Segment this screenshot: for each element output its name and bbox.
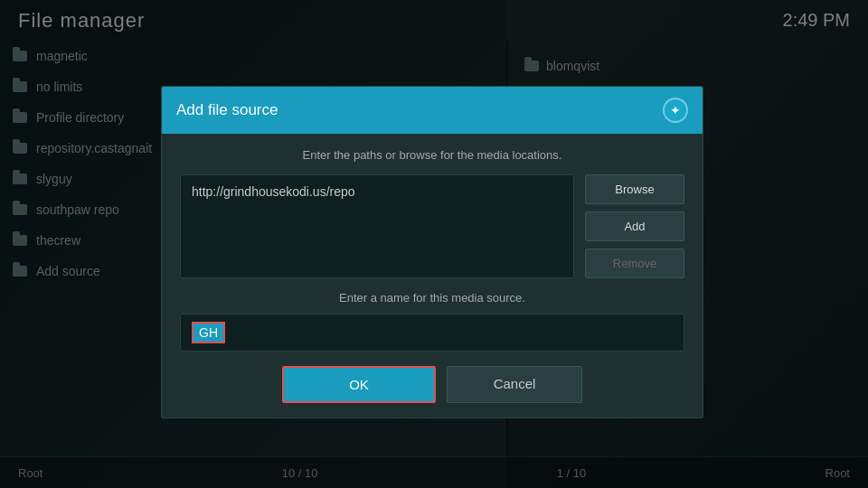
dialog-title: Add file source <box>176 101 278 119</box>
name-input-wrapper[interactable]: GH <box>180 314 684 352</box>
source-buttons: Browse Add Remove <box>585 174 684 278</box>
remove-button[interactable]: Remove <box>585 249 684 278</box>
add-file-source-dialog: Add file source ✦ Enter the paths or bro… <box>161 86 703 418</box>
browse-button[interactable]: Browse <box>585 174 684 204</box>
name-instruction: Enter a name for this media source. <box>180 291 684 305</box>
dialog-action-buttons: OK Cancel <box>180 366 684 403</box>
kodi-icon: ✦ <box>663 98 688 123</box>
source-url-value: http://grindhousekodi.us/repo <box>192 184 355 199</box>
dialog-header: Add file source ✦ <box>162 87 703 134</box>
source-text-box[interactable]: http://grindhousekodi.us/repo <box>180 174 574 278</box>
ok-button[interactable]: OK <box>282 366 436 403</box>
source-row: http://grindhousekodi.us/repo Browse Add… <box>180 174 684 278</box>
dialog-body: Enter the paths or browse for the media … <box>162 134 703 418</box>
dialog-instruction-top: Enter the paths or browse for the media … <box>180 148 684 162</box>
name-input-value[interactable]: GH <box>192 322 225 343</box>
cancel-button[interactable]: Cancel <box>447 366 582 403</box>
add-button[interactable]: Add <box>585 211 684 241</box>
